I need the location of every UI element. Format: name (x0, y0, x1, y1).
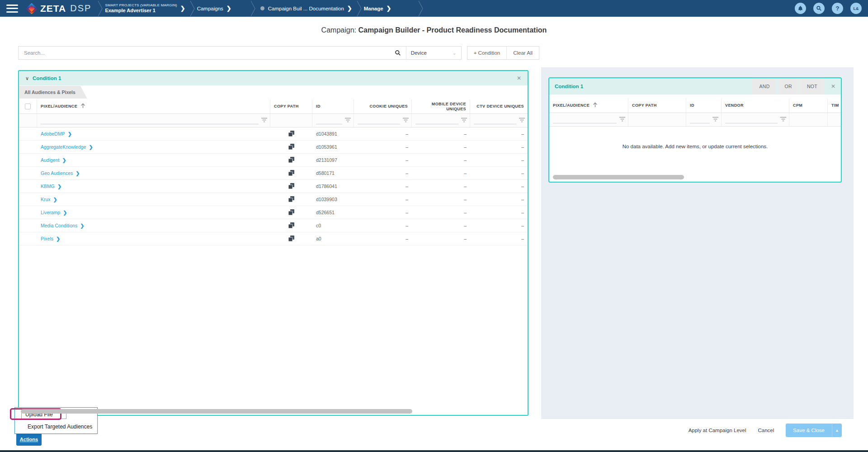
hamburger-menu-icon[interactable] (6, 5, 18, 13)
copy-path-icon[interactable] (288, 196, 294, 203)
chevron-right-icon[interactable]: ❯ (180, 5, 185, 12)
save-close-button[interactable]: Save & Close ▲ (786, 424, 842, 437)
condition-1-selection-panel: Condition 1 AND OR NOT ✕ PIXEL/AUDIENCEC… (548, 77, 842, 183)
uniques-value: – (464, 144, 467, 150)
operator-not-button[interactable]: NOT (800, 78, 824, 94)
apply-campaign-level-button[interactable]: Apply at Campaign Level (689, 428, 746, 433)
filter-icon[interactable] (403, 116, 409, 124)
help-button[interactable]: ? (832, 3, 843, 14)
column-header[interactable]: PIXEL/AUDIENCE (553, 103, 590, 108)
expand-chevron-icon[interactable]: ❯ (75, 170, 80, 176)
column-header[interactable]: VENDOR (725, 103, 744, 108)
audience-link[interactable]: Media Conditions❯ (41, 223, 84, 229)
audience-link[interactable]: Audigent❯ (41, 157, 66, 163)
clear-all-button[interactable]: Clear All (506, 47, 539, 59)
close-icon[interactable]: ✕ (826, 78, 841, 94)
operator-or-button[interactable]: OR (778, 78, 799, 94)
expand-chevron-icon[interactable]: ❯ (57, 184, 61, 189)
expand-chevron-icon[interactable]: ❯ (62, 157, 66, 163)
filter-input[interactable] (316, 119, 342, 124)
filter-input[interactable] (553, 118, 617, 123)
copy-path-icon[interactable] (288, 183, 294, 190)
column-header[interactable]: MOBILE DEVICE UNIQUES (415, 102, 466, 112)
sort-ascending-icon[interactable] (590, 102, 598, 109)
copy-path-icon[interactable] (288, 222, 294, 229)
column-header[interactable]: ID (690, 103, 694, 108)
filter-icon[interactable] (780, 115, 786, 123)
search-input[interactable] (19, 50, 390, 56)
column-header[interactable]: TIM (831, 103, 839, 108)
filter-input[interactable] (41, 119, 259, 124)
copy-path-icon[interactable] (288, 144, 294, 151)
condition-1-title: Condition 1 (33, 75, 61, 81)
filter-icon[interactable] (261, 116, 267, 124)
filter-input[interactable] (725, 118, 778, 123)
notifications-button[interactable] (795, 3, 806, 14)
filter-input[interactable] (415, 119, 458, 124)
breadcrumb-campaigns[interactable]: Campaigns ❯ (197, 5, 231, 12)
column-header[interactable]: ID (316, 104, 321, 109)
audience-link[interactable]: Krux❯ (41, 197, 57, 202)
id-value: a0 (316, 236, 321, 241)
filter-input[interactable] (474, 119, 516, 124)
audience-link[interactable]: Geo Audiences❯ (41, 170, 80, 176)
menu-item-export-targeted-audiences[interactable]: Export Targeted Audiences (25, 422, 97, 431)
copy-path-icon[interactable] (288, 157, 294, 164)
horizontal-scrollbar[interactable] (21, 409, 412, 414)
expand-chevron-icon[interactable]: ❯ (68, 131, 72, 137)
dimension-dropdown[interactable]: Device ⌄ (406, 47, 461, 59)
copy-path-icon[interactable] (288, 170, 294, 177)
close-icon[interactable]: ✕ (517, 75, 521, 81)
chevron-right-icon[interactable]: ❯ (387, 5, 392, 12)
expand-chevron-icon[interactable]: ❯ (80, 223, 84, 228)
cancel-button[interactable]: Cancel (758, 428, 774, 433)
select-all-checkbox[interactable] (25, 104, 31, 109)
add-condition-button[interactable]: + Condition (467, 47, 507, 59)
expand-chevron-icon[interactable]: ❯ (53, 197, 57, 202)
breadcrumb-advertiser[interactable]: SMART PROJECTS (VARIABLE MARGIN) Example… (105, 3, 185, 14)
column-header[interactable]: PIXEL/AUDIENCE (41, 104, 77, 109)
global-search-button[interactable] (813, 3, 825, 14)
actions-button[interactable]: Actions (16, 433, 42, 446)
filter-icon[interactable] (619, 115, 625, 123)
breadcrumb-manage[interactable]: Manage ❯ (364, 5, 392, 12)
filter-icon[interactable] (519, 116, 525, 124)
selection-area: Condition 1 AND OR NOT ✕ PIXEL/AUDIENCEC… (541, 67, 854, 419)
column-header[interactable]: COPY PATH (274, 104, 299, 109)
audience-link[interactable]: Liveramp❯ (41, 210, 67, 216)
audience-link[interactable]: AggregateKnowledge❯ (41, 144, 93, 150)
expand-chevron-icon[interactable]: ❯ (89, 144, 93, 150)
search-submit-button[interactable] (390, 47, 406, 59)
filter-input[interactable] (358, 119, 400, 124)
audience-link[interactable]: AdobeDMP❯ (41, 131, 72, 137)
table-row: Geo Audiences❯d580171––– (19, 167, 528, 180)
zeta-dsp-logo[interactable]: ZETA DSP (26, 3, 91, 14)
caret-up-icon[interactable]: ▲ (832, 424, 842, 437)
sort-ascending-icon[interactable] (77, 103, 85, 110)
collapse-chevron-icon[interactable]: ∨ (25, 76, 29, 81)
uniques-value: – (464, 131, 467, 137)
breadcrumb-campaign[interactable]: Campaign Buil ... Documentation ❯ (260, 5, 352, 12)
horizontal-scrollbar[interactable] (553, 175, 684, 179)
column-header[interactable]: COPY PATH (632, 103, 657, 108)
uniques-value: – (521, 236, 524, 241)
expand-chevron-icon[interactable]: ❯ (63, 210, 67, 215)
filter-icon[interactable] (461, 116, 467, 124)
chevron-right-icon[interactable]: ❯ (347, 5, 352, 12)
column-header[interactable]: CTV DEVICE UNIQUES (476, 104, 524, 109)
audience-link[interactable]: Pixels❯ (41, 236, 60, 242)
filter-icon[interactable] (712, 115, 718, 123)
user-avatar[interactable]: L& (850, 3, 862, 14)
operator-and-button[interactable]: AND (752, 78, 776, 94)
copy-path-icon[interactable] (288, 131, 294, 137)
filter-input[interactable] (690, 118, 710, 123)
column-header[interactable]: CPM (793, 103, 802, 108)
copy-path-icon[interactable] (288, 209, 294, 216)
audience-link[interactable]: KBMG❯ (41, 184, 61, 189)
column-header[interactable]: COOKIE UNIQUES (369, 104, 408, 109)
chevron-right-icon[interactable]: ❯ (226, 5, 231, 12)
tab-all-audiences-pixels[interactable]: All Audiences & Pixels (19, 86, 87, 99)
expand-chevron-icon[interactable]: ❯ (56, 236, 60, 241)
copy-path-icon[interactable] (288, 235, 294, 242)
filter-icon[interactable] (345, 116, 351, 124)
